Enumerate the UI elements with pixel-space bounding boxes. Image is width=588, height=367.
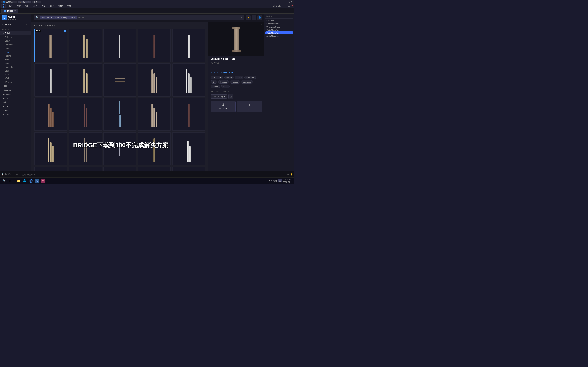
nav-combined[interactable]: Combined — [0, 43, 31, 47]
nav-industrial[interactable]: Industrial — [0, 92, 31, 96]
ue-panel-item-1[interactable]: StaticMeshActor — [265, 22, 293, 25]
taskbar-ime[interactable]: 英 — [278, 179, 282, 183]
taskbar-browser[interactable]: 🌐 — [22, 178, 27, 184]
breadcrumb-3dasset[interactable]: 3D Asset — [211, 71, 218, 73]
asset-card-6[interactable] — [34, 63, 67, 97]
menu-build[interactable]: 构建 — [41, 4, 47, 8]
asset-card-4[interactable] — [138, 29, 171, 62]
tag-old[interactable]: Old — [211, 80, 217, 83]
tab-close-1[interactable]: ✕ — [14, 1, 15, 3]
tab-close-2[interactable]: ✕ — [28, 1, 29, 3]
taskbar-ae[interactable]: Ae — [40, 178, 46, 184]
breadcrumb-building[interactable]: Building — [220, 71, 227, 73]
download-manager-btn[interactable]: ⬇ — [252, 15, 256, 20]
tag-plastered[interactable]: Plastered — [244, 76, 256, 79]
tag-palaces[interactable]: Palaces — [218, 80, 229, 83]
quality-settings-btn[interactable]: ⚙ — [228, 94, 233, 99]
menu-tools[interactable]: 工具 — [32, 4, 38, 8]
asset-card-14[interactable] — [138, 98, 171, 131]
ue-maximize[interactable]: ☐ — [288, 5, 290, 7]
status-settings-icon[interactable]: ⚙ — [287, 173, 289, 175]
nav-building[interactable]: ▾ Building — [0, 31, 31, 35]
tag-poland[interactable]: Poland — [211, 85, 220, 88]
status-notification-icon[interactable]: 🔔 — [290, 173, 293, 175]
asset-card-22[interactable] — [69, 167, 102, 171]
ue-panel-item-4[interactable]: StaticMeshActor — [265, 32, 293, 34]
nav-pillar[interactable]: Pillar — [0, 50, 31, 54]
download-button[interactable]: ⬇ Download... — [211, 101, 236, 112]
menu-edit[interactable]: 编辑 — [16, 4, 22, 8]
asset-card-3[interactable] — [103, 29, 137, 62]
asset-card-17[interactable] — [69, 132, 102, 165]
menu-actor[interactable]: Actor — [57, 4, 64, 8]
taskbar-ue4[interactable]: U — [28, 178, 34, 184]
browser-tab-3[interactable]: HD ✕ — [33, 0, 41, 3]
ue-panel-item-2[interactable]: VolumetricCloud — [265, 25, 293, 28]
asset-card-20[interactable] — [172, 132, 205, 165]
nav-food[interactable]: Food — [0, 84, 31, 88]
asset-card-8[interactable] — [103, 63, 137, 97]
more-options-btn[interactable]: ⋮ — [215, 66, 218, 69]
asset-card-25[interactable] — [172, 167, 205, 171]
breadcrumb-clear-btn[interactable]: ✕ — [74, 17, 75, 19]
profile-btn[interactable]: 👤 — [257, 15, 262, 20]
tag-ornate[interactable]: Ornate — [225, 76, 234, 79]
nav-balcony[interactable]: Balcony — [0, 35, 31, 39]
tag-mansions[interactable]: Mansions — [241, 80, 253, 83]
console-input[interactable] — [22, 174, 285, 175]
nav-railing[interactable]: Railing — [0, 54, 31, 58]
asset-card-9[interactable] — [138, 63, 171, 97]
close-btn[interactable]: ✕ — [291, 1, 293, 3]
nav-historical[interactable]: Historical — [0, 88, 31, 92]
bridge-tab[interactable]: B Bridge ✕ — [1, 9, 18, 13]
nav-home[interactable]: ⌂ Home 17,617 — [0, 22, 31, 27]
taskbar-ps[interactable]: Ps — [34, 178, 40, 184]
nav-stair[interactable]: Stair — [0, 69, 31, 73]
nav-interior[interactable]: Interior — [0, 96, 31, 100]
nav-roof[interactable]: Roof — [0, 61, 31, 65]
add-button[interactable]: ＋ Add — [237, 101, 262, 112]
nav-collapse-btn[interactable]: ‹ — [28, 16, 29, 19]
tag-houses[interactable]: Houses — [230, 80, 240, 83]
asset-card-15[interactable] — [172, 98, 205, 131]
asset-card-19[interactable] — [138, 132, 171, 165]
tag-decorative[interactable]: Decorative — [211, 76, 223, 79]
breadcrumb-pillar[interactable]: Pillar — [229, 71, 233, 73]
nav-3dplants[interactable]: 3D Plants — [0, 112, 31, 117]
menu-select[interactable]: 选择 — [49, 4, 55, 8]
nav-window[interactable]: Window — [0, 80, 31, 84]
nav-trim[interactable]: Trim — [0, 73, 31, 76]
status-output-log[interactable]: 📋 输出日志 — [1, 173, 12, 176]
ue-minimize[interactable]: — — [285, 5, 287, 7]
minimize-btn[interactable]: — — [285, 1, 287, 3]
asset-card-7[interactable] — [69, 63, 102, 97]
nav-door[interactable]: Door — [0, 47, 31, 50]
nav-nature[interactable]: Nature — [0, 100, 31, 104]
nav-roof-tile[interactable]: Roof Tile — [0, 65, 31, 69]
asset-card-2[interactable] — [69, 29, 102, 62]
asset-card-1[interactable]: 100% — [34, 29, 67, 62]
asset-card-5[interactable] — [172, 29, 205, 62]
ue-close[interactable]: ✕ — [291, 5, 293, 7]
asset-card-13[interactable] — [103, 98, 137, 131]
menu-help[interactable]: 帮助 — [66, 4, 72, 8]
menu-file[interactable]: 文件 — [8, 4, 14, 8]
menu-window[interactable]: 窗口 — [24, 4, 30, 8]
asset-card-18[interactable] — [103, 132, 137, 165]
nav-relief[interactable]: Relief — [0, 58, 31, 61]
ue-panel-item-3[interactable]: StaticMeshActor — [265, 28, 293, 32]
tab-close-3[interactable]: ✕ — [38, 1, 39, 3]
search-input[interactable] — [78, 17, 239, 19]
filter-btn[interactable]: ⚡ — [246, 15, 251, 20]
taskbar-file-manager[interactable]: 📁 — [16, 178, 21, 184]
favorite-btn[interactable]: ♡ — [211, 66, 213, 69]
nav-street[interactable]: Street — [0, 108, 31, 112]
tag-rural[interactable]: Rural — [221, 85, 229, 88]
asset-card-21[interactable] — [34, 167, 67, 171]
status-cmd[interactable]: Cmd ▼ — [14, 174, 20, 175]
asset-card-24[interactable] — [138, 167, 171, 171]
asset-card-16[interactable] — [34, 132, 67, 165]
quality-dropdown[interactable]: Low Quality ▾ — [211, 94, 227, 99]
detail-close-btn[interactable]: ✕ — [261, 23, 263, 26]
taskbar-start[interactable]: ⊞ — [8, 178, 13, 184]
